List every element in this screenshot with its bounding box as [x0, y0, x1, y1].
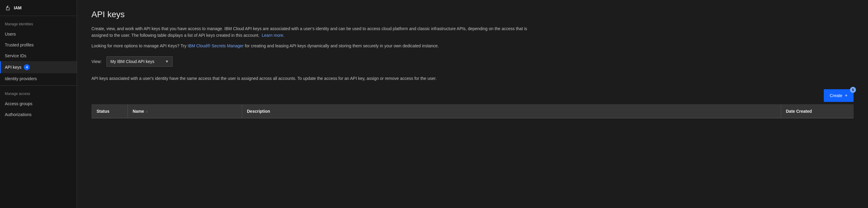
view-dropdown[interactable]: My IBM Cloud API keys ▼ — [106, 56, 173, 67]
table-toolbar: Create + 5 — [91, 87, 854, 104]
table-col-name[interactable]: Name ↓ — [128, 105, 242, 118]
view-row: View: My IBM Cloud API keys ▼ — [91, 56, 854, 67]
create-button-icon: + — [845, 93, 847, 98]
sidebar-item-api-keys[interactable]: API keys 4 — [0, 61, 77, 73]
sidebar-divider-middle — [0, 85, 77, 86]
sidebar-title: IAM — [14, 5, 22, 10]
sidebar-item-users-label: Users — [5, 32, 16, 36]
api-keys-table: Status Name ↓ Description Date Created — [91, 104, 854, 119]
table-col-date-created: Date Created — [781, 105, 853, 118]
view-dropdown-value: My IBM Cloud API keys — [111, 59, 154, 64]
sidebar-item-identity-providers-label: Identity providers — [5, 76, 37, 81]
sidebar: IAM Manage identities Users Trusted prof… — [0, 0, 77, 208]
create-button-label: Create — [830, 93, 842, 98]
sidebar-header: IAM — [0, 0, 77, 15]
secrets-text: Looking for more options to manage API K… — [91, 43, 854, 49]
sidebar-item-service-ids-label: Service IDs — [5, 53, 27, 58]
sidebar-divider-top — [0, 16, 77, 16]
table-col-status: Status — [92, 105, 128, 118]
sidebar-section-manage-access: Manage access — [0, 87, 77, 98]
sidebar-item-authorizations-label: Authorizations — [5, 112, 32, 117]
sort-icon: ↓ — [146, 109, 148, 113]
sidebar-item-api-keys-label: API keys — [5, 65, 21, 70]
create-button[interactable]: Create + 5 — [824, 89, 854, 102]
sidebar-section-manage-identities: Manage identities — [0, 17, 77, 29]
api-keys-badge: 4 — [24, 64, 30, 70]
create-button-badge: 5 — [850, 87, 856, 93]
info-text: API keys associated with a user's identi… — [91, 75, 542, 82]
sidebar-item-service-ids[interactable]: Service IDs — [0, 50, 77, 61]
table-col-description: Description — [242, 105, 781, 118]
sidebar-item-authorizations[interactable]: Authorizations — [0, 109, 77, 120]
sidebar-item-users[interactable]: Users — [0, 29, 77, 40]
view-label: View: — [91, 59, 102, 64]
table-header-row: Status Name ↓ Description Date Created — [92, 105, 853, 118]
sidebar-item-access-groups-label: Access groups — [5, 101, 32, 106]
sidebar-item-identity-providers[interactable]: Identity providers — [0, 73, 77, 84]
learn-more-link[interactable]: Learn more. — [262, 33, 284, 38]
main-content: API keys Create, view, and work with API… — [77, 0, 868, 208]
sidebar-item-trusted-profiles-label: Trusted profiles — [5, 43, 34, 47]
secrets-manager-link[interactable]: IBM Cloud® Secrets Manager — [188, 44, 244, 48]
chevron-down-icon: ▼ — [165, 59, 169, 63]
page-title: API keys — [91, 10, 854, 19]
description-text: Create, view, and work with API keys tha… — [91, 25, 542, 39]
sidebar-item-trusted-profiles[interactable]: Trusted profiles — [0, 40, 77, 50]
sidebar-item-access-groups[interactable]: Access groups — [0, 98, 77, 109]
lock-icon — [5, 5, 11, 11]
